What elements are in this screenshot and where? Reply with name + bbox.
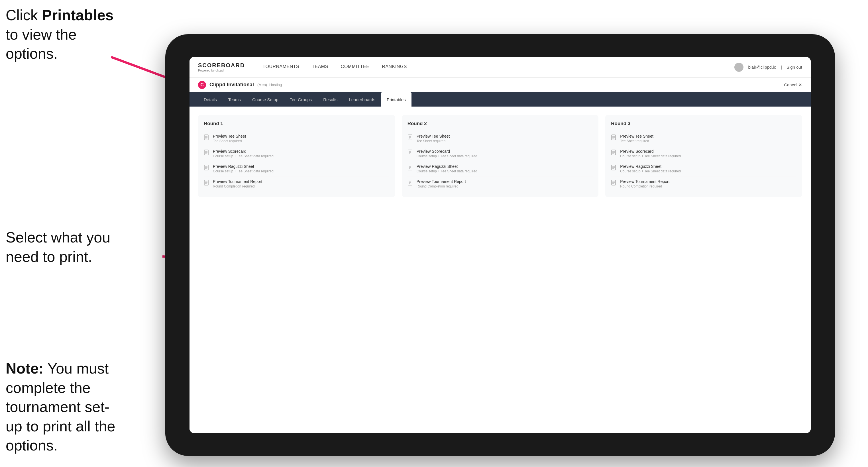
nav-link-committee[interactable]: COMMITTEE [335, 57, 376, 77]
tab-details[interactable]: Details [198, 92, 222, 106]
round-2-section: Round 2 Preview Tee Sheet Tee Sheet requ… [402, 115, 599, 197]
document-icon [204, 150, 210, 157]
document-icon [611, 134, 617, 142]
round1-raguzzi-sub: Course setup + Tee Sheet data required [213, 169, 274, 173]
document-icon [204, 134, 210, 142]
round1-tee-sheet[interactable]: Preview Tee Sheet Tee Sheet required [204, 131, 389, 146]
round3-raguzzi-title: Preview Raguzzi Sheet [620, 164, 681, 169]
round1-tee-sheet-sub: Tee Sheet required [213, 139, 246, 143]
document-icon [407, 165, 414, 172]
nav-links: TOURNAMENTS TEAMS COMMITTEE RANKINGS [256, 57, 734, 77]
round2-scorecard-title: Preview Scorecard [416, 149, 477, 154]
tablet-frame: SCOREBOARD Powered by clippd TOURNAMENTS… [165, 34, 835, 456]
user-avatar [734, 63, 743, 72]
round2-tournament-report[interactable]: Preview Tournament Report Round Completi… [407, 176, 593, 191]
nav-link-tournaments[interactable]: TOURNAMENTS [256, 57, 306, 77]
annotation-mid: Select what you need to print. [6, 228, 120, 267]
document-icon [204, 180, 210, 187]
document-icon [407, 150, 414, 157]
round1-raguzzi-title: Preview Raguzzi Sheet [213, 164, 274, 169]
main-content: Round 1 Preview Tee Sheet Tee Sheet requ… [189, 106, 811, 433]
logo-sub: Powered by clippd [198, 69, 245, 72]
round3-tournament-report[interactable]: Preview Tournament Report Round Completi… [611, 176, 797, 191]
user-email: blair@clippd.io [748, 65, 776, 69]
round2-raguzzi-title: Preview Raguzzi Sheet [416, 164, 477, 169]
rounds-grid: Round 1 Preview Tee Sheet Tee Sheet requ… [198, 115, 802, 197]
nav-link-rankings[interactable]: RANKINGS [376, 57, 413, 77]
round1-tournament-report[interactable]: Preview Tournament Report Round Completi… [204, 176, 389, 191]
annotation-top: Click Printables to view the options. [6, 6, 120, 64]
scoreboard-logo: SCOREBOARD [198, 62, 245, 69]
sub-bar-logo: C [198, 81, 206, 89]
document-icon [407, 134, 414, 142]
round1-scorecard[interactable]: Preview Scorecard Course setup + Tee She… [204, 146, 389, 161]
tab-tee-groups[interactable]: Tee Groups [284, 92, 318, 106]
sign-out-link[interactable]: | [781, 65, 782, 69]
tab-bar: Details Teams Course Setup Tee Groups Re… [189, 92, 811, 106]
round3-tee-sheet-sub: Tee Sheet required [620, 139, 653, 143]
cancel-button[interactable]: Cancel ✕ [784, 82, 802, 88]
round2-scorecard-sub: Course setup + Tee Sheet data required [416, 154, 477, 158]
round2-report-title: Preview Tournament Report [416, 179, 466, 184]
round2-tee-sheet-title: Preview Tee Sheet [416, 134, 450, 138]
logo-area: SCOREBOARD Powered by clippd [198, 62, 245, 72]
sub-bar: C Clippd Invitational (Men) Hosting Canc… [189, 77, 811, 92]
round3-raguzzi-sub: Course setup + Tee Sheet data required [620, 169, 681, 173]
document-icon [611, 150, 617, 157]
round1-scorecard-title: Preview Scorecard [213, 149, 274, 154]
round-1-title: Round 1 [204, 121, 389, 126]
tournament-badge: (Men) [257, 83, 267, 87]
round3-scorecard-title: Preview Scorecard [620, 149, 681, 154]
hosting-label: Hosting [269, 83, 282, 87]
document-icon [407, 180, 414, 187]
round1-report-sub: Round Completion required [213, 184, 262, 188]
sign-out-label[interactable]: Sign out [786, 65, 802, 69]
round-1-section: Round 1 Preview Tee Sheet Tee Sheet requ… [198, 115, 395, 197]
round2-tee-sheet[interactable]: Preview Tee Sheet Tee Sheet required [407, 131, 593, 146]
tournament-title: Clippd Invitational [210, 82, 254, 88]
round2-raguzzi[interactable]: Preview Raguzzi Sheet Course setup + Tee… [407, 161, 593, 176]
round2-raguzzi-sub: Course setup + Tee Sheet data required [416, 169, 477, 173]
tab-printables[interactable]: Printables [381, 92, 411, 106]
top-nav: SCOREBOARD Powered by clippd TOURNAMENTS… [189, 57, 811, 77]
tablet-screen: SCOREBOARD Powered by clippd TOURNAMENTS… [189, 57, 811, 433]
round-2-title: Round 2 [407, 121, 593, 126]
round2-tee-sheet-sub: Tee Sheet required [416, 139, 450, 143]
round2-scorecard[interactable]: Preview Scorecard Course setup + Tee She… [407, 146, 593, 161]
round2-report-sub: Round Completion required [416, 184, 466, 188]
round-3-section: Round 3 Preview Tee Sheet Tee Sheet requ… [605, 115, 802, 197]
round3-scorecard-sub: Course setup + Tee Sheet data required [620, 154, 681, 158]
round3-tee-sheet-title: Preview Tee Sheet [620, 134, 653, 138]
round3-report-title: Preview Tournament Report [620, 179, 670, 184]
tab-course-setup[interactable]: Course Setup [247, 92, 284, 106]
round3-raguzzi[interactable]: Preview Raguzzi Sheet Course setup + Tee… [611, 161, 797, 176]
round-3-title: Round 3 [611, 121, 797, 126]
nav-right: blair@clippd.io | Sign out [734, 63, 802, 72]
document-icon [611, 180, 617, 187]
round3-tee-sheet[interactable]: Preview Tee Sheet Tee Sheet required [611, 131, 797, 146]
tab-results[interactable]: Results [317, 92, 343, 106]
tab-teams[interactable]: Teams [222, 92, 247, 106]
document-icon [204, 165, 210, 172]
round1-tee-sheet-title: Preview Tee Sheet [213, 134, 246, 138]
document-icon [611, 165, 617, 172]
round1-scorecard-sub: Course setup + Tee Sheet data required [213, 154, 274, 158]
round3-scorecard[interactable]: Preview Scorecard Course setup + Tee She… [611, 146, 797, 161]
round3-report-sub: Round Completion required [620, 184, 670, 188]
round1-report-title: Preview Tournament Report [213, 179, 262, 184]
tab-leaderboards[interactable]: Leaderboards [343, 92, 381, 106]
annotation-bot: Note: You must complete the tournament s… [6, 359, 120, 455]
nav-link-teams[interactable]: TEAMS [306, 57, 335, 77]
round1-raguzzi[interactable]: Preview Raguzzi Sheet Course setup + Tee… [204, 161, 389, 176]
